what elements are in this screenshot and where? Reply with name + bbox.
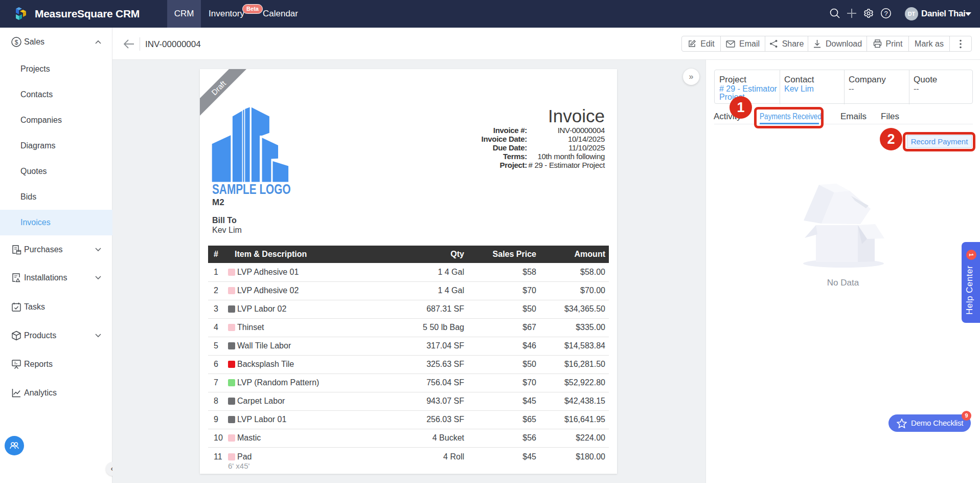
svg-text:$: $: [15, 39, 18, 46]
svg-text:?: ?: [884, 10, 887, 17]
